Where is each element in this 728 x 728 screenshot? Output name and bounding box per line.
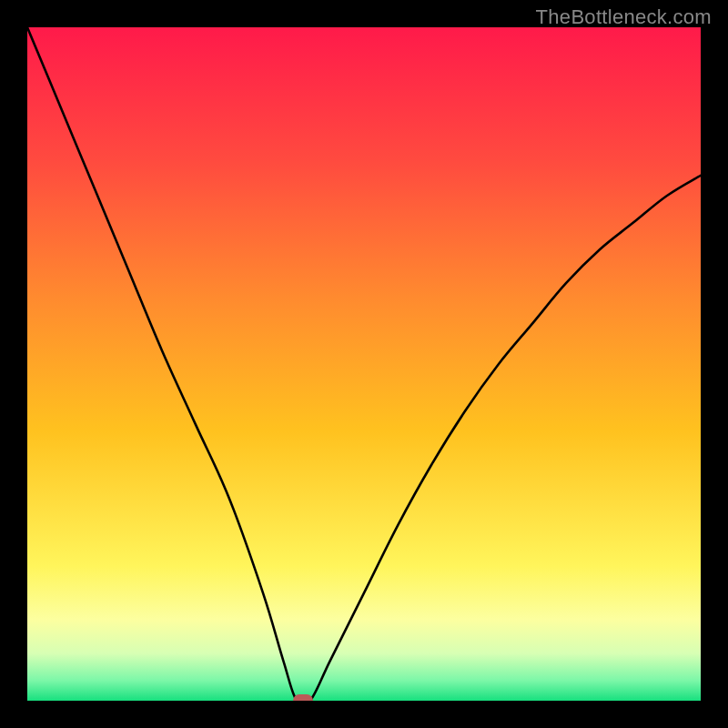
watermark-text: TheBottleneck.com (536, 5, 712, 29)
chart-frame: TheBottleneck.com (0, 0, 728, 728)
plot-area (27, 27, 701, 701)
bottleneck-curve (27, 27, 701, 701)
optimal-marker (293, 694, 313, 701)
curve-layer (27, 27, 701, 701)
